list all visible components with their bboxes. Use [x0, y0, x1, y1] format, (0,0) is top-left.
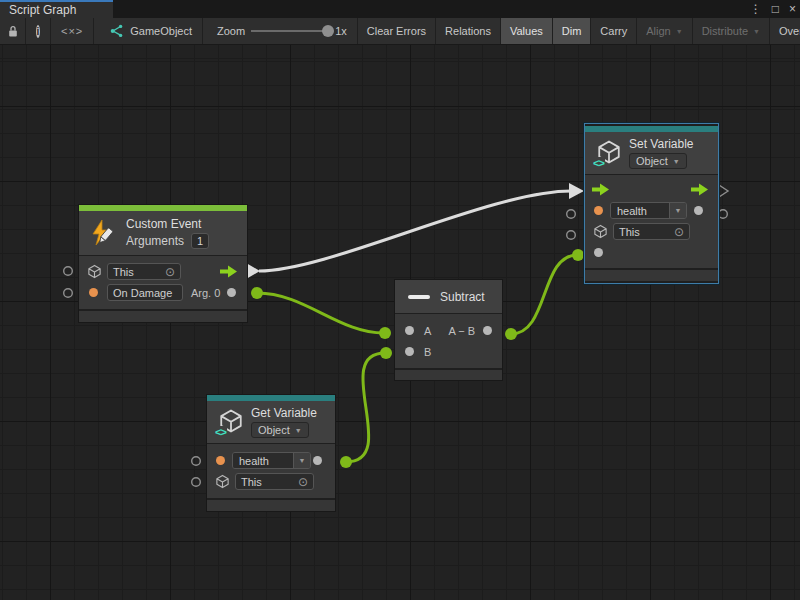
- variable-icon: <>: [216, 408, 244, 436]
- tab-title: Script Graph: [9, 3, 76, 17]
- relations-button[interactable]: Relations: [436, 18, 501, 44]
- clear-errors-button[interactable]: Clear Errors: [357, 18, 436, 44]
- node-subtract[interactable]: Subtract A A − B B: [395, 280, 502, 380]
- chevron-down-icon: ▼: [676, 28, 683, 35]
- variable-icon: <>: [594, 139, 622, 167]
- distribute-dropdown[interactable]: Distribute▼: [693, 18, 770, 44]
- value-input-port[interactable]: [594, 248, 603, 257]
- arg-output-port[interactable]: [227, 288, 236, 297]
- values-toggle[interactable]: Values: [501, 18, 553, 44]
- gameobject-port-icon[interactable]: [592, 224, 608, 240]
- node-footer: [79, 311, 247, 322]
- gameobject-label: GameObject: [130, 25, 192, 37]
- carry-toggle[interactable]: Carry: [591, 18, 637, 44]
- dim-toggle[interactable]: Dim: [553, 18, 592, 44]
- tab-script-graph[interactable]: Script Graph: [0, 0, 113, 18]
- arguments-label: Arguments: [126, 234, 184, 248]
- edit-graph-button[interactable]: <×>: [51, 18, 94, 44]
- variable-name-port[interactable]: [216, 456, 225, 465]
- graph-toolbar: i <×> GameObject Zoom 1x Clear Errors Re…: [0, 18, 800, 45]
- zoom-slider[interactable]: [251, 30, 329, 32]
- lock-button[interactable]: [0, 18, 26, 44]
- chevron-down-icon[interactable]: ▼: [669, 203, 686, 218]
- variable-name-port[interactable]: [594, 206, 603, 215]
- zoom-control: Zoom 1x: [203, 18, 357, 44]
- object-picker-icon[interactable]: ⊙: [674, 226, 684, 238]
- node-title: Subtract: [440, 290, 485, 304]
- node-footer: [395, 370, 502, 380]
- variable-kind-dropdown[interactable]: Object ▼: [629, 153, 687, 169]
- value-output-port[interactable]: [313, 456, 322, 465]
- overview-button[interactable]: Overv: [770, 18, 800, 44]
- input-b-label: B: [424, 346, 431, 358]
- target-field[interactable]: This ⊙: [235, 473, 314, 490]
- node-footer: [207, 500, 335, 511]
- code-icon: <×>: [61, 25, 83, 37]
- target-field[interactable]: This ⊙: [107, 263, 181, 280]
- input-a-port[interactable]: [405, 326, 414, 335]
- lock-icon: [5, 23, 21, 39]
- arguments-count-field[interactable]: 1: [191, 233, 209, 249]
- flow-output-port[interactable]: [220, 265, 238, 278]
- node-title: Set Variable: [629, 137, 693, 151]
- align-dropdown[interactable]: Align▼: [637, 18, 692, 44]
- variable-name-dropdown[interactable]: health ▼: [232, 452, 311, 469]
- graph-owner[interactable]: GameObject: [94, 18, 203, 44]
- window-menu-icon[interactable]: ⋮: [750, 0, 762, 18]
- input-a-label: A: [424, 325, 431, 337]
- gameobject-port-icon[interactable]: [86, 264, 102, 280]
- node-custom-event[interactable]: Custom Event Arguments 1 This ⊙ On Dama: [79, 205, 247, 322]
- inspect-button[interactable]: i: [26, 18, 51, 44]
- input-b-port[interactable]: [405, 347, 414, 356]
- chevron-down-icon: ▼: [295, 427, 302, 434]
- object-picker-icon[interactable]: ⊙: [165, 266, 175, 278]
- title-bar: Script Graph ⋮ □ ×: [0, 0, 800, 18]
- graph-icon: [108, 23, 124, 39]
- value-output-port[interactable]: [694, 206, 703, 215]
- chevron-down-icon: ▼: [753, 28, 760, 35]
- variable-name-dropdown[interactable]: health ▼: [610, 202, 687, 219]
- flow-output-port[interactable]: [691, 183, 709, 196]
- info-icon: i: [36, 25, 40, 38]
- flow-input-port[interactable]: [592, 183, 610, 196]
- chevron-down-icon: ▼: [673, 158, 680, 165]
- event-name-port[interactable]: [89, 288, 98, 297]
- maximize-icon[interactable]: □: [772, 0, 779, 18]
- gameobject-port-icon[interactable]: [214, 474, 230, 490]
- zoom-label: Zoom: [217, 25, 245, 37]
- event-name-field[interactable]: On Damage: [107, 284, 183, 301]
- variable-kind-dropdown[interactable]: Object ▼: [251, 422, 309, 438]
- zoom-value: 1x: [335, 25, 347, 37]
- output-port[interactable]: [483, 326, 492, 335]
- arg-output-label: Arg. 0: [191, 287, 220, 299]
- node-footer: [585, 270, 718, 281]
- custom-event-icon: [88, 218, 118, 248]
- target-field[interactable]: This ⊙: [613, 223, 690, 240]
- chevron-down-icon[interactable]: ▼: [293, 453, 310, 468]
- node-set-variable[interactable]: <> Set Variable Object ▼ health ▼: [585, 124, 718, 283]
- output-label: A − B: [448, 325, 475, 337]
- node-title: Get Variable: [251, 406, 317, 420]
- subtract-icon: [408, 295, 430, 299]
- object-picker-icon[interactable]: ⊙: [298, 476, 308, 488]
- close-icon[interactable]: ×: [789, 0, 796, 18]
- node-title: Custom Event: [126, 217, 209, 231]
- node-get-variable[interactable]: <> Get Variable Object ▼ health ▼ This: [207, 395, 335, 511]
- zoom-slider-handle[interactable]: [322, 25, 334, 37]
